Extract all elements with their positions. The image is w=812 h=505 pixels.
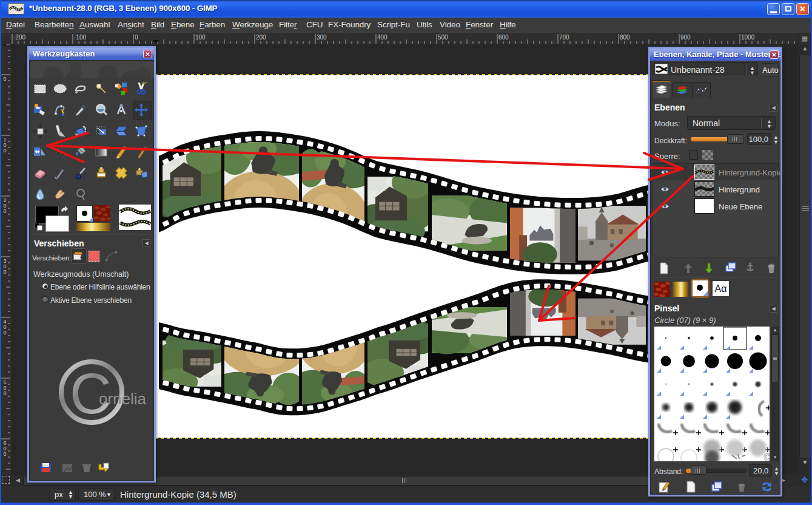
svg-text:900: 900	[680, 34, 691, 41]
svg-text:100: 100	[195, 34, 206, 41]
svg-text:ornelia: ornelia	[99, 390, 147, 408]
svg-text:-100: -100	[74, 34, 86, 41]
svg-text:200: 200	[3, 197, 6, 214]
svg-text:-200: -200	[13, 34, 25, 41]
svg-text:600: 600	[498, 34, 509, 41]
svg-text:800: 800	[620, 34, 630, 41]
svg-text:100: 100	[3, 137, 6, 154]
svg-text:500: 500	[3, 379, 6, 396]
svg-text:700: 700	[559, 34, 569, 41]
svg-text:300: 300	[317, 34, 327, 41]
svg-text:200: 200	[256, 34, 266, 41]
svg-text:500: 500	[438, 34, 448, 41]
svg-text:0: 0	[3, 76, 6, 82]
svg-text:400: 400	[377, 34, 388, 41]
svg-text:300: 300	[3, 258, 6, 275]
svg-text:0: 0	[135, 34, 138, 41]
svg-text:600: 600	[3, 440, 6, 457]
svg-text:400: 400	[3, 319, 6, 336]
svg-text:A: A	[55, 144, 64, 158]
svg-text:©: ©	[763, 452, 770, 461]
svg-text:1000: 1000	[741, 34, 755, 41]
